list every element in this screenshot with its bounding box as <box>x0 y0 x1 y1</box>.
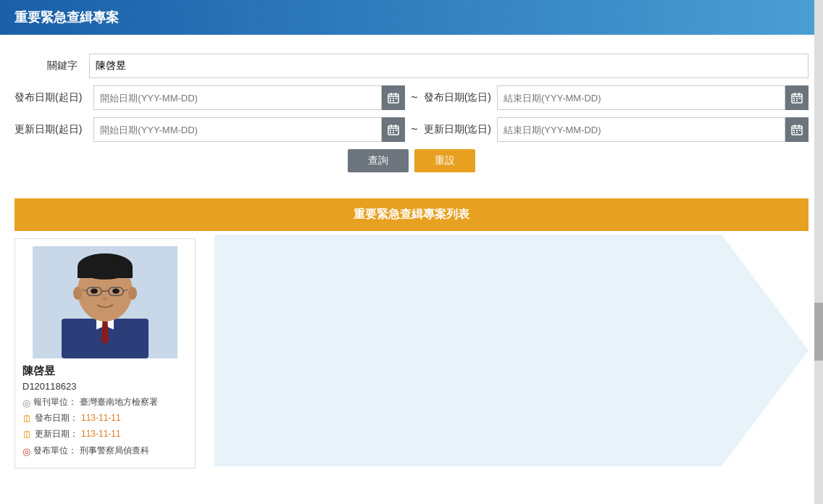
card-update-date: 113-11-11 <box>81 428 121 440</box>
svg-rect-26 <box>393 132 394 133</box>
update-date-end-calendar-button[interactable] <box>785 117 809 142</box>
card-person-name: 陳啓昱 <box>22 364 188 378</box>
publish-date-end-calendar-button[interactable] <box>785 85 809 110</box>
card-report-unit-row: ◎ 報刊單位：臺灣臺南地方檢察署 <box>22 396 188 410</box>
card-update-date-label: 更新日期： <box>35 428 78 440</box>
svg-rect-24 <box>396 130 397 131</box>
update-date-start-label: 更新日期(起日) <box>14 123 88 136</box>
svg-rect-23 <box>393 130 394 131</box>
calendar-icon-3 <box>388 124 399 135</box>
update-date-start-input[interactable] <box>93 117 382 142</box>
svg-rect-16 <box>793 100 795 101</box>
publish-date-end-group <box>497 85 809 110</box>
main-content: 關鍵字 發布日期(起日) <box>0 35 823 480</box>
publish-date-start-label: 發布日期(起日) <box>14 91 88 104</box>
keyword-input[interactable] <box>89 54 809 78</box>
publish-date-icon: 🗓 <box>22 413 32 426</box>
svg-rect-33 <box>799 130 801 131</box>
keyword-row: 關鍵字 <box>14 54 809 78</box>
calendar-icon-2 <box>791 92 803 104</box>
tilde-update: ~ <box>411 123 417 136</box>
publish-date-row: 發布日期(起日) <box>14 85 809 110</box>
update-date-start-group <box>93 117 405 142</box>
calendar-icon <box>388 92 399 104</box>
tilde-publish: ~ <box>411 91 417 104</box>
card-source-unit: 刑事警察局偵查科 <box>80 445 149 457</box>
svg-rect-7 <box>390 100 391 101</box>
svg-rect-25 <box>390 132 391 133</box>
svg-point-46 <box>73 287 82 300</box>
svg-rect-17 <box>796 100 798 101</box>
publish-date-end-label: 發布日期(迄日) <box>424 91 491 104</box>
calendar-icon-4 <box>791 124 803 135</box>
page-header: 重要緊急查緝專案 <box>0 0 823 35</box>
svg-rect-14 <box>796 98 798 99</box>
card-update-date-row: 🗓 更新日期：113-11-11 <box>22 428 188 442</box>
publish-date-end-input[interactable] <box>497 85 785 110</box>
update-date-row: 更新日期(起日) <box>14 117 809 142</box>
query-button[interactable]: 查詢 <box>348 149 409 172</box>
building-icon: ◎ <box>22 397 30 410</box>
page-wrapper: 重要緊急查緝專案 關鍵字 發布日期(起日) <box>0 0 823 504</box>
keyword-label: 關鍵字 <box>14 59 83 72</box>
svg-rect-45 <box>78 266 133 278</box>
update-date-end-input[interactable] <box>497 117 785 142</box>
svg-point-47 <box>128 287 137 300</box>
results-area: 重要緊急查緝專案列表 <box>14 198 809 469</box>
card-source-unit-row: ◎ 發布單位：刑事警察局偵查科 <box>22 445 188 458</box>
person-photo <box>33 246 177 358</box>
svg-point-55 <box>102 298 108 301</box>
svg-rect-8 <box>393 100 394 101</box>
card-source-unit-label: 發布單位： <box>33 445 77 457</box>
card-person-id: D120118623 <box>22 381 188 392</box>
search-form: 關鍵字 發布日期(起日) <box>14 46 809 187</box>
update-date-end-label: 更新日期(迄日) <box>424 123 491 136</box>
source-icon: ◎ <box>22 445 30 458</box>
card-publish-date-row: 🗓 發布日期：113-11-11 <box>22 412 188 426</box>
svg-point-48 <box>91 289 98 294</box>
button-row: 查詢 重設 <box>14 149 809 172</box>
reset-button[interactable]: 重設 <box>414 149 475 172</box>
svg-rect-6 <box>396 98 397 99</box>
svg-rect-22 <box>390 130 391 131</box>
svg-rect-34 <box>793 132 795 133</box>
card-report-unit: 臺灣臺南地方檢察署 <box>80 396 158 408</box>
update-date-start-calendar-button[interactable] <box>382 117 405 142</box>
publish-date-start-group <box>93 85 405 110</box>
svg-rect-5 <box>393 98 394 99</box>
header-title: 重要緊急查緝專案 <box>14 9 119 26</box>
svg-rect-13 <box>793 98 795 99</box>
card-report-unit-label: 報刊單位： <box>33 396 77 408</box>
publish-date-start-calendar-button[interactable] <box>382 85 405 110</box>
update-date-icon: 🗓 <box>22 429 32 442</box>
card-publish-date-label: 發布日期： <box>35 412 78 424</box>
svg-rect-4 <box>390 98 391 99</box>
scrollbar-track[interactable] <box>814 0 823 504</box>
publish-date-start-input[interactable] <box>93 85 382 110</box>
result-card[interactable]: 陳啓昱 D120118623 ◎ 報刊單位：臺灣臺南地方檢察署 🗓 發布日期：1… <box>14 238 196 469</box>
card-publish-date: 113-11-11 <box>81 412 121 424</box>
update-date-end-group <box>497 117 809 142</box>
result-list: 陳啓昱 D120118623 ◎ 報刊單位：臺灣臺南地方檢察署 🗓 發布日期：1… <box>14 238 809 469</box>
results-header: 重要緊急查緝專案列表 <box>14 198 809 231</box>
scrollbar-thumb[interactable] <box>814 303 823 361</box>
svg-point-49 <box>112 289 120 294</box>
svg-rect-15 <box>799 98 801 99</box>
svg-rect-35 <box>796 132 798 133</box>
svg-rect-31 <box>793 130 795 131</box>
person-portrait-svg <box>33 246 177 358</box>
svg-rect-32 <box>796 130 798 131</box>
